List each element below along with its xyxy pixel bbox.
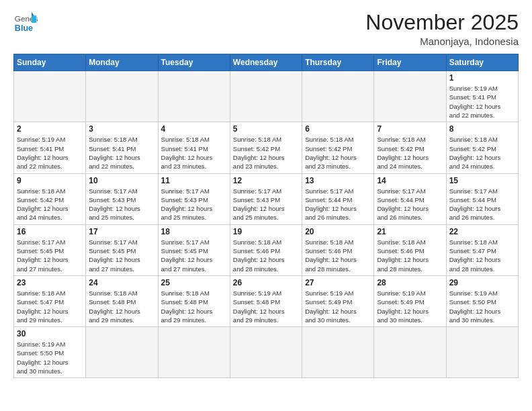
day-info: Sunrise: 5:18 AMSunset: 5:48 PMDaylight:… [161, 289, 227, 324]
day-number: 12 [233, 176, 299, 185]
calendar-day-cell: 7Sunrise: 5:18 AMSunset: 5:42 PMDaylight… [374, 122, 446, 173]
day-number: 11 [161, 176, 227, 185]
day-number: 7 [377, 124, 443, 134]
calendar-day-cell [374, 327, 446, 378]
calendar-day-cell: 21Sunrise: 5:18 AMSunset: 5:46 PMDayligh… [374, 224, 446, 275]
calendar-day-cell: 27Sunrise: 5:19 AMSunset: 5:49 PMDayligh… [302, 275, 374, 326]
day-info: Sunrise: 5:17 AMSunset: 5:43 PMDaylight:… [161, 187, 227, 222]
calendar-day-cell: 3Sunrise: 5:18 AMSunset: 5:41 PMDaylight… [86, 122, 158, 173]
calendar-day-cell: 5Sunrise: 5:18 AMSunset: 5:42 PMDaylight… [230, 122, 302, 173]
calendar-day-cell: 1Sunrise: 5:19 AMSunset: 5:41 PMDaylight… [446, 71, 518, 122]
calendar-day-cell: 14Sunrise: 5:17 AMSunset: 5:44 PMDayligh… [374, 173, 446, 224]
calendar-day-cell [230, 327, 302, 378]
day-info: Sunrise: 5:18 AMSunset: 5:46 PMDaylight:… [233, 238, 299, 273]
calendar-day-cell [230, 71, 302, 122]
calendar-week-row: 23Sunrise: 5:18 AMSunset: 5:47 PMDayligh… [14, 275, 519, 326]
calendar-day-cell: 22Sunrise: 5:18 AMSunset: 5:47 PMDayligh… [446, 224, 518, 275]
day-number: 26 [233, 278, 299, 287]
day-number: 30 [17, 329, 83, 338]
calendar-day-cell: 16Sunrise: 5:17 AMSunset: 5:45 PMDayligh… [14, 224, 86, 275]
day-number: 17 [89, 227, 154, 236]
day-number: 25 [161, 278, 227, 287]
calendar-week-row: 30Sunrise: 5:19 AMSunset: 5:50 PMDayligh… [14, 327, 519, 378]
day-info: Sunrise: 5:17 AMSunset: 5:43 PMDaylight:… [233, 187, 299, 222]
day-number: 27 [305, 278, 371, 287]
day-number: 18 [161, 227, 227, 236]
day-number: 9 [17, 176, 83, 185]
calendar-day-cell: 10Sunrise: 5:17 AMSunset: 5:43 PMDayligh… [86, 173, 158, 224]
day-number: 2 [17, 124, 83, 134]
day-number: 23 [17, 278, 83, 287]
calendar-day-cell [158, 327, 230, 378]
day-number: 15 [449, 176, 515, 185]
day-info: Sunrise: 5:18 AMSunset: 5:42 PMDaylight:… [305, 135, 371, 171]
day-number: 5 [233, 124, 299, 134]
calendar-day-cell: 20Sunrise: 5:18 AMSunset: 5:46 PMDayligh… [302, 224, 374, 275]
calendar-day-cell: 2Sunrise: 5:19 AMSunset: 5:41 PMDaylight… [14, 122, 86, 173]
day-info: Sunrise: 5:18 AMSunset: 5:42 PMDaylight:… [233, 135, 299, 171]
day-number: 6 [305, 124, 371, 134]
location-subtitle: Manonjaya, Indonesia [365, 36, 519, 47]
day-info: Sunrise: 5:18 AMSunset: 5:42 PMDaylight:… [377, 135, 443, 171]
calendar-week-row: 2Sunrise: 5:19 AMSunset: 5:41 PMDaylight… [14, 122, 519, 173]
day-info: Sunrise: 5:18 AMSunset: 5:42 PMDaylight:… [449, 135, 515, 171]
day-number: 13 [305, 176, 371, 185]
calendar-header-row: Sunday Monday Tuesday Wednesday Thursday… [14, 54, 519, 71]
calendar-day-cell: 24Sunrise: 5:18 AMSunset: 5:48 PMDayligh… [86, 275, 158, 326]
day-info: Sunrise: 5:18 AMSunset: 5:46 PMDaylight:… [305, 238, 371, 273]
calendar-day-cell [158, 71, 230, 122]
calendar-day-cell: 25Sunrise: 5:18 AMSunset: 5:48 PMDayligh… [158, 275, 230, 326]
day-info: Sunrise: 5:18 AMSunset: 5:41 PMDaylight:… [161, 135, 227, 171]
day-info: Sunrise: 5:17 AMSunset: 5:44 PMDaylight:… [377, 187, 443, 222]
day-info: Sunrise: 5:19 AMSunset: 5:50 PMDaylight:… [449, 289, 515, 324]
svg-text:Blue: Blue [15, 24, 33, 33]
page: General Blue November 2025 Manonjaya, In… [0, 0, 532, 411]
calendar-day-cell: 15Sunrise: 5:17 AMSunset: 5:44 PMDayligh… [446, 173, 518, 224]
day-info: Sunrise: 5:18 AMSunset: 5:46 PMDaylight:… [377, 238, 443, 273]
day-info: Sunrise: 5:19 AMSunset: 5:49 PMDaylight:… [305, 289, 371, 324]
title-block: November 2025 Manonjaya, Indonesia [365, 11, 519, 47]
day-number: 3 [89, 124, 154, 134]
month-year-title: November 2025 [365, 11, 519, 34]
day-number: 10 [89, 176, 154, 185]
day-info: Sunrise: 5:19 AMSunset: 5:48 PMDaylight:… [233, 289, 299, 324]
calendar-day-cell [374, 71, 446, 122]
svg-marker-3 [32, 15, 36, 23]
calendar-day-cell: 26Sunrise: 5:19 AMSunset: 5:48 PMDayligh… [230, 275, 302, 326]
day-number: 16 [17, 227, 83, 236]
day-info: Sunrise: 5:18 AMSunset: 5:47 PMDaylight:… [449, 238, 515, 273]
calendar-day-cell [86, 71, 158, 122]
calendar-day-cell: 23Sunrise: 5:18 AMSunset: 5:47 PMDayligh… [14, 275, 86, 326]
day-info: Sunrise: 5:17 AMSunset: 5:45 PMDaylight:… [161, 238, 227, 273]
day-number: 21 [377, 227, 443, 236]
day-number: 29 [449, 278, 515, 287]
calendar-day-cell: 30Sunrise: 5:19 AMSunset: 5:50 PMDayligh… [14, 327, 86, 378]
calendar-day-cell: 13Sunrise: 5:17 AMSunset: 5:44 PMDayligh… [302, 173, 374, 224]
day-info: Sunrise: 5:19 AMSunset: 5:49 PMDaylight:… [377, 289, 443, 324]
day-info: Sunrise: 5:18 AMSunset: 5:48 PMDaylight:… [89, 289, 154, 324]
day-number: 1 [449, 73, 515, 83]
calendar-day-cell [302, 71, 374, 122]
day-info: Sunrise: 5:17 AMSunset: 5:44 PMDaylight:… [449, 187, 515, 222]
calendar-day-cell [302, 327, 374, 378]
calendar-day-cell: 12Sunrise: 5:17 AMSunset: 5:43 PMDayligh… [230, 173, 302, 224]
col-friday: Friday [374, 54, 446, 71]
calendar-day-cell: 19Sunrise: 5:18 AMSunset: 5:46 PMDayligh… [230, 224, 302, 275]
day-info: Sunrise: 5:18 AMSunset: 5:41 PMDaylight:… [89, 135, 154, 171]
col-sunday: Sunday [14, 54, 86, 71]
day-number: 14 [377, 176, 443, 185]
col-monday: Monday [86, 54, 158, 71]
day-info: Sunrise: 5:18 AMSunset: 5:47 PMDaylight:… [17, 289, 83, 324]
calendar-day-cell: 17Sunrise: 5:17 AMSunset: 5:45 PMDayligh… [86, 224, 158, 275]
calendar-day-cell: 8Sunrise: 5:18 AMSunset: 5:42 PMDaylight… [446, 122, 518, 173]
logo-icon: General Blue [13, 11, 38, 35]
day-info: Sunrise: 5:17 AMSunset: 5:45 PMDaylight:… [89, 238, 154, 273]
day-number: 8 [449, 124, 515, 134]
day-info: Sunrise: 5:17 AMSunset: 5:43 PMDaylight:… [89, 187, 154, 222]
day-info: Sunrise: 5:19 AMSunset: 5:50 PMDaylight:… [17, 340, 83, 375]
calendar-day-cell: 28Sunrise: 5:19 AMSunset: 5:49 PMDayligh… [374, 275, 446, 326]
day-number: 24 [89, 278, 154, 287]
day-number: 28 [377, 278, 443, 287]
calendar-day-cell [14, 71, 86, 122]
calendar-day-cell [446, 327, 518, 378]
